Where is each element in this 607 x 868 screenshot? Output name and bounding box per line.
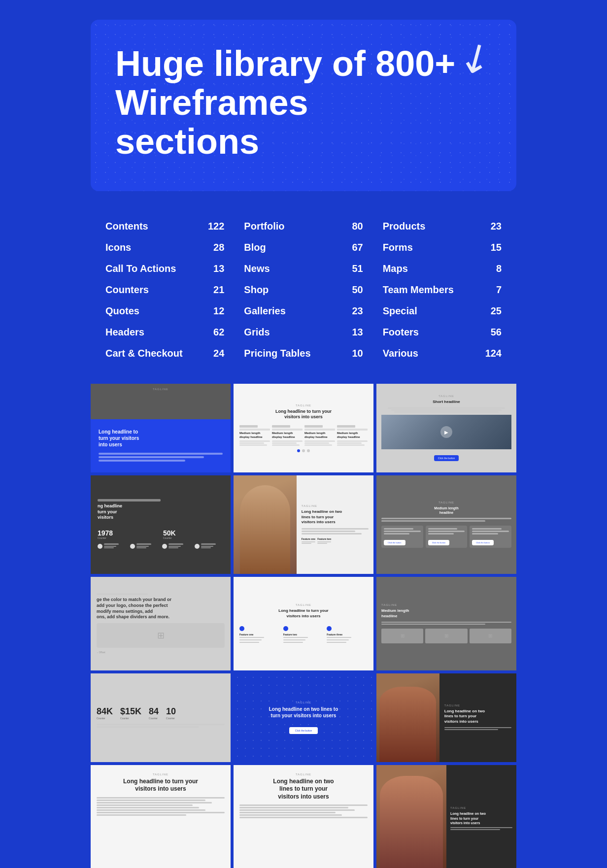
wf-cell-3[interactable]: TAGLINE Short headline ▶ Click the butto… xyxy=(376,384,516,472)
wireframes-section: TAGLINE Long headline toturn your visito… xyxy=(91,384,516,868)
stat-blog: Blog 67 xyxy=(234,237,372,258)
stats-column-3: Products 23 Forms 15 Maps 8 Team Members… xyxy=(373,216,511,364)
stat-shop: Shop 50 xyxy=(234,279,372,300)
wf-cell-11[interactable]: TAGLINE Long headline on two lines totur… xyxy=(234,673,373,762)
wf2-headline: Long headline to turn yourvisitors into … xyxy=(239,409,368,420)
wf-cell-6[interactable]: TAGLINE Medium lengthheadline Click the … xyxy=(376,475,516,574)
stat-team: Team Members 7 xyxy=(373,279,511,300)
stat-special: Special 25 xyxy=(373,300,511,322)
stat-cart: Cart & Checkout 24 xyxy=(96,343,234,364)
stat-footers: Footers 56 xyxy=(373,322,511,343)
stats-column-1: Contents 122 Icons 28 Call To Actions 13… xyxy=(96,216,234,364)
wf2-tagline: TAGLINE xyxy=(239,404,368,407)
stat-news: News 51 xyxy=(234,258,372,279)
page-wrapper: Huge library of 800+ Wireframes sections… xyxy=(76,0,531,868)
stat-portfolio: Portfolio 80 xyxy=(234,216,372,237)
stat-icons: Icons 28 xyxy=(96,237,234,258)
stats-column-2: Portfolio 80 Blog 67 News 51 Shop 50 Gal… xyxy=(234,216,372,364)
play-icon[interactable]: ▶ xyxy=(440,426,452,438)
stat-counters: Counters 21 xyxy=(96,279,234,300)
stat-quotes: Quotes 12 xyxy=(96,300,234,322)
wf-cell-2[interactable]: TAGLINE Long headline to turn yourvisito… xyxy=(234,384,373,472)
wf-cell-14[interactable]: TAGLINE Long headline on twolines to tur… xyxy=(234,765,373,868)
wf1-headline: Long headline toturn your visitorsinto u… xyxy=(99,429,223,448)
stat-cta: Call To Actions 13 xyxy=(96,258,234,279)
wf-cell-12[interactable]: TAGLINE Long headline on twolines to tur… xyxy=(376,673,516,762)
wf-cell-8[interactable]: TAGLINE Long headline to turn yourvisito… xyxy=(234,577,373,670)
stat-headers: Headers 62 xyxy=(96,322,234,343)
stat-grids: Grids 13 xyxy=(234,322,372,343)
stat-various: Various 124 xyxy=(373,343,511,364)
wf-cell-10[interactable]: 84K Counter $15K Counter 84 Counter 10 xyxy=(91,673,231,762)
hero-title: Huge library of 800+ Wireframes sections xyxy=(115,44,460,162)
wf11-btn[interactable]: Click the button xyxy=(289,727,318,734)
hero-section: Huge library of 800+ Wireframes sections… xyxy=(91,20,516,191)
wf-cell-7[interactable]: ge the color to match your brand oradd y… xyxy=(91,577,231,670)
wf-cell-15[interactable]: TAGLINE Long headline on twolines to tur… xyxy=(376,765,516,868)
wf-cell-4[interactable]: ng headlineturn yourvisitors 1978 Counte… xyxy=(91,475,231,574)
stats-section: Contents 122 Icons 28 Call To Actions 13… xyxy=(91,216,516,384)
stat-galleries: Galleries 23 xyxy=(234,300,372,322)
wf-cell-5[interactable]: TAGLINE Long headline on twolines to tur… xyxy=(234,475,373,574)
stat-forms: Forms 15 xyxy=(373,237,511,258)
wireframes-grid: TAGLINE Long headline toturn your visito… xyxy=(91,384,516,868)
wf-cell-9[interactable]: TAGLINE Medium lengthheadline ⊞ ⊞ ⊞ xyxy=(376,577,516,670)
stats-grid: Contents 122 Icons 28 Call To Actions 13… xyxy=(96,216,511,364)
wf3-btn[interactable]: Click the button xyxy=(434,455,459,461)
card-btn-2[interactable]: Click the button xyxy=(428,540,450,545)
stat-contents: Contents 122 xyxy=(96,216,234,237)
card-btn-3[interactable]: Click the button xyxy=(472,540,494,545)
wf-cell-1[interactable]: TAGLINE Long headline toturn your visito… xyxy=(91,384,231,472)
wf-cell-13[interactable]: TAGLINE Long headline to turn yourvisito… xyxy=(91,765,231,868)
stat-pricing: Pricing Tables 10 xyxy=(234,343,372,364)
stat-maps: Maps 8 xyxy=(373,258,511,279)
card-btn-1[interactable]: Click the button xyxy=(384,540,405,545)
stat-products: Products 23 xyxy=(373,216,511,237)
